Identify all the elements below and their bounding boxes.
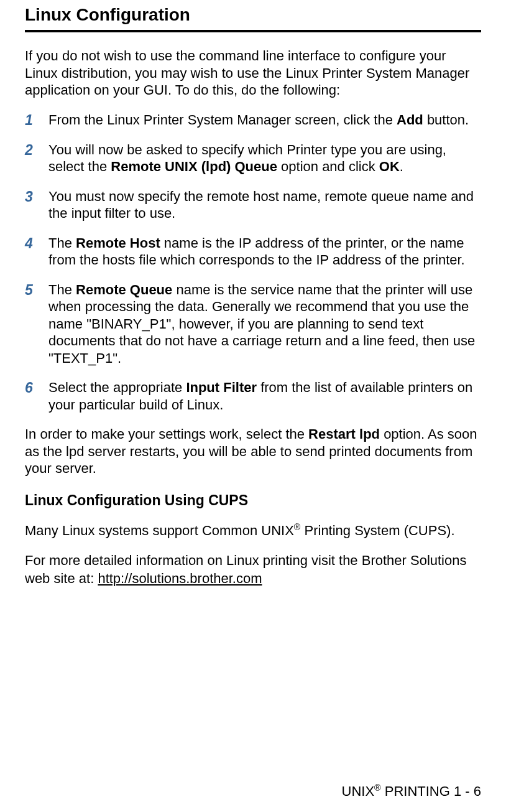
text-part: The [48, 282, 76, 297]
text-part: You must now specify the remote host nam… [48, 189, 474, 222]
text-part: button. [423, 112, 469, 128]
step-text: The Remote Host name is the IP address o… [48, 235, 481, 269]
step-number: 4 [25, 235, 48, 269]
text-part: In order to make your settings work, sel… [25, 426, 308, 442]
step-text: Select the appropriate Input Filter from… [48, 379, 481, 413]
text-part: . [400, 159, 403, 174]
registered-symbol: ® [294, 522, 301, 532]
text-part: The [48, 235, 76, 251]
text-part: Many Linux systems support Common UNIX [25, 523, 294, 538]
bold-text: Input Filter [186, 380, 257, 395]
step-5: 5 The Remote Queue name is the service n… [25, 281, 481, 367]
title-divider [25, 30, 481, 32]
sub-heading: Linux Configuration Using CUPS [25, 492, 481, 509]
step-4: 4 The Remote Host name is the IP address… [25, 235, 481, 269]
cups-paragraph: Many Linux systems support Common UNIX® … [25, 521, 481, 540]
step-number: 2 [25, 141, 48, 175]
bold-text: Remote Queue [76, 282, 172, 297]
step-6: 6 Select the appropriate Input Filter fr… [25, 379, 481, 413]
page-title: Linux Configuration [25, 0, 481, 30]
bold-text: Remote UNIX (lpd) Queue [111, 159, 277, 174]
text-part: option and click [277, 159, 379, 174]
bold-text: Remote Host [76, 235, 160, 251]
solutions-link[interactable]: http://solutions.brother.com [98, 571, 262, 586]
step-text: You will now be asked to specify which P… [48, 141, 481, 175]
bold-text: Add [397, 112, 423, 128]
intro-paragraph: If you do not wish to use the command li… [25, 47, 481, 99]
text-part: Select the appropriate [48, 380, 186, 395]
footer-text: PRINTING 1 - 6 [381, 783, 481, 799]
bold-text: OK [379, 159, 400, 174]
closing-paragraph: In order to make your settings work, sel… [25, 426, 481, 477]
step-text: From the Linux Printer System Manager sc… [48, 111, 469, 129]
step-3: 3 You must now specify the remote host n… [25, 188, 481, 222]
text-part: From the Linux Printer System Manager sc… [48, 112, 397, 128]
step-number: 5 [25, 281, 48, 367]
page-footer: UNIX® PRINTING 1 - 6 [342, 783, 481, 800]
link-paragraph: For more detailed information on Linux p… [25, 552, 481, 587]
footer-text: UNIX [342, 783, 375, 799]
step-1: 1 From the Linux Printer System Manager … [25, 111, 481, 129]
step-number: 3 [25, 188, 48, 222]
registered-symbol: ® [374, 783, 381, 793]
step-text: The Remote Queue name is the service nam… [48, 281, 481, 367]
step-number: 6 [25, 379, 48, 413]
step-number: 1 [25, 111, 48, 129]
bold-text: Restart lpd [308, 426, 380, 442]
steps-list: 1 From the Linux Printer System Manager … [25, 111, 481, 414]
text-part: Printing System (CUPS). [300, 523, 454, 538]
step-2: 2 You will now be asked to specify which… [25, 141, 481, 175]
step-text: You must now specify the remote host nam… [48, 188, 481, 222]
